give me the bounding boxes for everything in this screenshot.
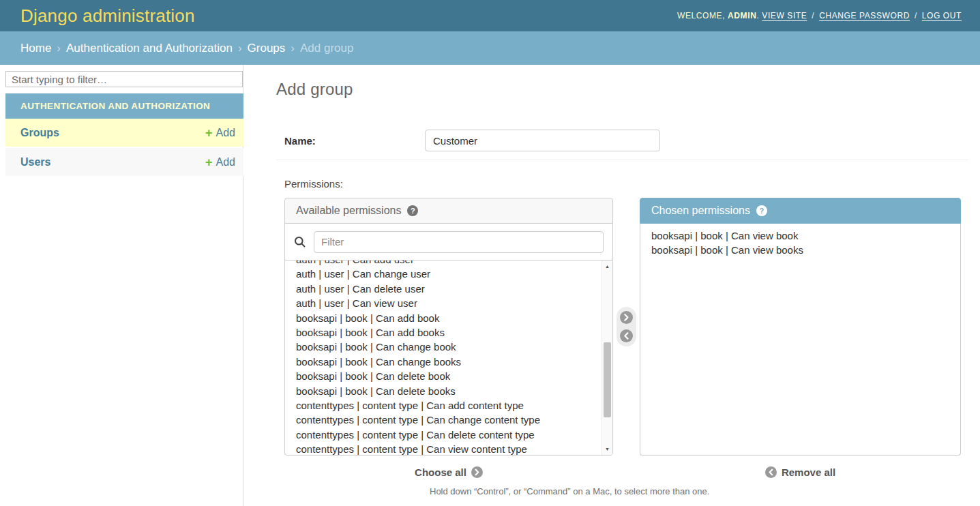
permission-option-clipped[interactable]: auth | user | Can add user [285,260,601,267]
help-icon: ? [407,205,418,216]
permission-option[interactable]: booksapi | book | Can delete book [285,369,601,383]
plus-icon: + [205,127,213,139]
log-out-link[interactable]: LOG OUT [922,11,962,20]
link-separator: / [915,11,917,20]
chosen-permissions-panel: Chosen permissions ? booksapi | book | C… [640,198,961,456]
selector-chooser [613,198,640,456]
username: ADMIN [728,11,756,20]
link-separator: / [812,11,814,20]
add-user-link[interactable]: +Add [205,156,235,168]
welcome-period: . [756,11,759,20]
permissions-selector: Available permissions ? [284,198,961,456]
chosen-permissions-list[interactable]: booksapi | book | Can view bookbooksapi … [640,224,961,456]
welcome-text: WELCOME, [677,11,725,20]
name-form-row: Name: [276,121,969,160]
permission-option[interactable]: booksapi | book | Can delete books [285,384,601,398]
sidebar-item-groups: Groups +Add [5,119,243,147]
permission-option[interactable]: booksapi | book | Can change book [285,340,601,354]
scroll-down-icon[interactable]: ▼ [602,444,612,454]
add-group-link[interactable]: +Add [205,127,235,139]
list-scrollbar[interactable]: ▲ ▼ [602,261,612,455]
permission-option[interactable]: booksapi | book | Can view books [640,243,960,257]
groups-link[interactable]: Groups [20,127,59,139]
view-site-link[interactable]: VIEW SITE [762,11,807,20]
change-password-link[interactable]: CHANGE PASSWORD [819,11,910,20]
available-filter-row [284,224,613,260]
available-permissions-header: Available permissions ? [284,198,613,224]
permission-option[interactable]: contenttypes | content type | Can change… [285,413,601,427]
chooser-pill [617,307,636,346]
permission-option[interactable]: booksapi | book | Can view book [640,228,960,243]
group-name-input[interactable] [425,130,660,151]
breadcrumb-separator: › [238,42,242,55]
breadcrumb-auth[interactable]: Authentication and Authorization [66,42,233,55]
choose-all-arrow-icon[interactable] [471,466,483,478]
selector-footer: Choose all [284,466,961,478]
sidebar-module-auth: AUTHENTICATION AND AUTHORIZATION Groups … [5,93,243,176]
breadcrumb-home[interactable]: Home [20,42,51,55]
permission-option[interactable]: auth | user | Can delete user [285,282,601,296]
help-icon: ? [756,205,767,216]
search-icon [294,236,306,248]
permission-option[interactable]: contenttypes | content type | Can delete… [285,428,601,442]
available-permissions-panel: Available permissions ? [284,198,613,456]
permission-option[interactable]: auth | user | Can change user [285,267,601,281]
breadcrumb-separator: › [57,42,61,55]
available-permissions-list[interactable]: auth | user | Can add user auth | user |… [284,260,613,456]
name-label: Name: [284,135,425,147]
sidebar-item-users: Users +Add [5,148,243,176]
breadcrumb: Home › Authentication and Authorization … [0,31,980,65]
page-title: Add group [276,80,969,99]
permission-option[interactable]: booksapi | book | Can change books [285,355,601,369]
remove-selected-button[interactable] [620,329,633,342]
permission-option[interactable]: contenttypes | content type | Can view c… [285,442,601,456]
remove-all-arrow-icon[interactable] [765,466,777,478]
breadcrumb-separator: › [291,42,295,55]
sidebar-section-title[interactable]: AUTHENTICATION AND AUTHORIZATION [5,93,243,119]
scroll-up-icon[interactable]: ▲ [602,261,612,271]
selector-help-text: Hold down “Control”, or “Command” on a M… [430,486,961,496]
permissions-form-row: Permissions: Available permissions ? [276,160,969,496]
remove-all-button[interactable]: Remove all [782,466,835,478]
branding-title[interactable]: Django administration [20,5,195,27]
choose-all-button[interactable]: Choose all [415,466,466,478]
permissions-filter-input[interactable] [314,231,604,253]
plus-icon: + [205,156,213,168]
breadcrumb-current: Add group [300,42,353,55]
permission-option[interactable]: auth | user | Can view user [285,296,601,310]
permission-option[interactable]: booksapi | book | Can add book [285,311,601,325]
scrollbar-thumb[interactable] [604,342,611,417]
sidebar-filter-input[interactable] [5,71,243,87]
main-content: Add group Name: Permissions: Available p… [243,65,980,506]
user-tools: WELCOME, ADMIN. VIEW SITE / CHANGE PASSW… [677,11,962,20]
permission-option[interactable]: booksapi | book | Can add books [285,325,601,340]
chosen-permissions-header: Chosen permissions ? [640,198,961,224]
breadcrumb-groups[interactable]: Groups [248,42,286,55]
choose-selected-button[interactable] [620,311,633,324]
admin-header: Django administration WELCOME, ADMIN. VI… [0,0,980,31]
users-link[interactable]: Users [20,156,50,168]
nav-sidebar: AUTHENTICATION AND AUTHORIZATION Groups … [0,65,243,506]
permissions-label: Permissions: [284,178,961,190]
permission-option[interactable]: contenttypes | content type | Can add co… [285,398,601,413]
